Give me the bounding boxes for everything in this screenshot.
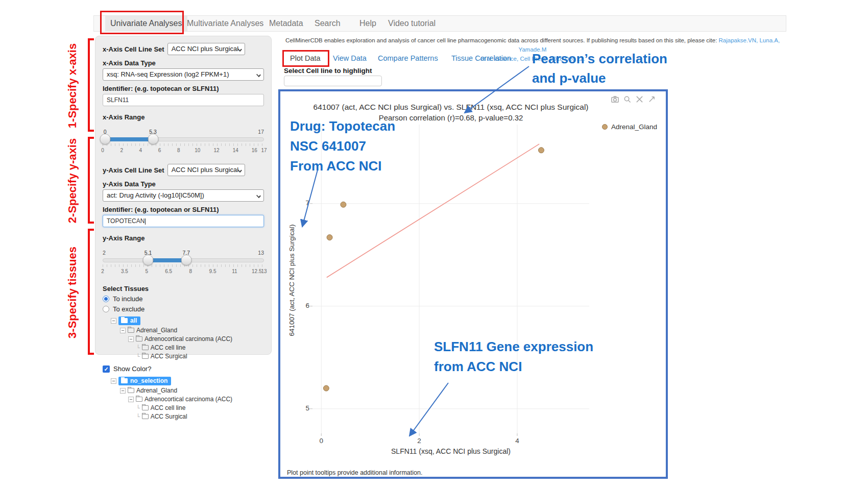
tree-node-acc[interactable]: Adrenocortical carcinoma (ACC) — [103, 335, 264, 343]
y-data-type-label: y-Axis Data Type — [103, 180, 264, 188]
y-tick-label: 6 — [296, 302, 309, 309]
y-range-slider[interactable]: 2 5.1 7.7 13 2 3.5 5 6.5 8 9.5 11 12.5 1… — [103, 250, 264, 277]
scatter-point[interactable] — [323, 385, 329, 391]
x-slider-handle-high[interactable] — [148, 134, 158, 144]
x-data-type-value: xsq: RNA-seq Expression (log2 FPKM+1) — [107, 70, 229, 78]
tree-node-acc-surgical[interactable]: └ ACC Surgical — [103, 413, 264, 420]
radio-to-include-label: To include — [113, 295, 143, 303]
radio-to-include[interactable]: To include — [103, 295, 264, 303]
tree-node-adrenal-gland[interactable]: Adrenal_Gland — [103, 327, 264, 334]
folder-icon — [142, 405, 149, 410]
scatter-point[interactable] — [341, 202, 346, 207]
collapse-icon[interactable] — [120, 328, 126, 333]
x-cell-line-set-value: ACC NCI plus Surgical — [172, 45, 239, 53]
text-caret — [145, 218, 146, 225]
y-slider-tick: 2 — [101, 269, 104, 274]
gene-annotation-line2: from ACC NCI — [434, 357, 593, 377]
step3-bracket — [88, 229, 92, 355]
radio-to-exclude-label: To exclude — [113, 305, 144, 313]
show-color-checkbox[interactable]: ✓ Show Color? — [103, 365, 264, 373]
tree-node-label: ACC Surgical — [151, 353, 187, 360]
x-cell-line-set-label: x-Axis Cell Line Set — [103, 45, 164, 53]
nav-metadata[interactable]: Metadata — [269, 16, 303, 31]
y-data-type-select[interactable]: act: Drug Activity (-log10[IC50M]) — [103, 189, 264, 202]
tree-root-label: no_selection — [130, 377, 167, 384]
y-tick-label: 7 — [296, 199, 309, 207]
zoom-icon[interactable] — [623, 95, 631, 103]
tree-node-acc-cell-line[interactable]: └ ACC cell line — [103, 404, 264, 411]
drug-annotation-line3: From ACC NCI — [290, 156, 395, 176]
tree-node-all[interactable]: all — [103, 316, 264, 325]
x-range-slider[interactable]: 0 5.3 17 0 2 4 6 8 10 12 14 16 17 — [103, 129, 264, 156]
x-data-type-select[interactable]: xsq: RNA-seq Expression (log2 FPKM+1) — [103, 68, 264, 81]
tree-node-acc-cell-line[interactable]: └ ACC cell line — [103, 344, 264, 351]
nav-search[interactable]: Search — [315, 16, 341, 31]
x-slider-tick: 10 — [195, 148, 200, 153]
folder-icon — [136, 397, 142, 402]
plot-legend[interactable]: Adrenal_Gland — [602, 123, 657, 131]
collapse-icon[interactable] — [128, 397, 134, 402]
tree-node-acc[interactable]: Adrenocortical carcinoma (ACC) — [103, 396, 264, 403]
tree-node-no-selection[interactable]: no_selection — [103, 377, 264, 385]
y-slider-tick: 13 — [261, 269, 267, 274]
x-slider-tick: 2 — [120, 148, 124, 153]
tree-node-label: Adrenocortical carcinoma (ACC) — [144, 335, 232, 343]
camera-icon[interactable] — [611, 95, 619, 103]
autoscale-icon[interactable] — [648, 95, 656, 103]
collapse-icon[interactable] — [111, 318, 116, 324]
x-slider-tick: 6 — [158, 148, 161, 153]
select-tissues-label: Select Tissues — [103, 285, 264, 292]
collapse-icon[interactable] — [111, 378, 116, 384]
x-cell-line-set-select[interactable]: ACC NCI plus Surgical — [167, 43, 245, 55]
y-slider-tick: 3.5 — [121, 269, 128, 274]
tree-connector: └ — [136, 414, 140, 420]
x-slider-tick: 4 — [139, 148, 142, 153]
plot-title: 641007 (act, ACC NCI plus Surgical) vs. … — [280, 103, 621, 112]
step2-bracket — [88, 137, 92, 224]
folder-icon — [142, 354, 149, 359]
x-slider-handle-low[interactable] — [100, 134, 110, 144]
y-range-label: y-Axis Range — [103, 234, 264, 242]
folder-icon — [128, 388, 134, 393]
pearson-annotation-line1: Pearson’s correlation — [532, 50, 667, 69]
x-tick-label: 0 — [315, 437, 328, 445]
radio-to-exclude[interactable]: To exclude — [103, 305, 264, 313]
scatter-point[interactable] — [538, 148, 544, 153]
highlight-cell-line-input[interactable] — [284, 76, 382, 86]
scatter-point[interactable] — [327, 235, 332, 240]
y-slider-handle-high[interactable] — [181, 255, 191, 265]
tab-tissue-correlation[interactable]: Tissue Correlation — [451, 54, 511, 62]
tab-compare-patterns[interactable]: Compare Patterns — [378, 54, 438, 62]
checkbox-checked-icon: ✓ — [103, 365, 110, 373]
x-slider-tick: 8 — [177, 148, 180, 153]
radio-unselected-icon — [103, 306, 109, 312]
y-slider-handle-low[interactable] — [143, 255, 154, 265]
nav-video-tutorial[interactable]: Video tutorial — [388, 16, 436, 31]
collapse-icon[interactable] — [120, 388, 126, 394]
legend-marker — [602, 124, 608, 130]
x-range-max-label: 17 — [258, 129, 264, 135]
x-slider-tick: 0 — [101, 148, 104, 153]
collapse-icon[interactable] — [128, 336, 134, 342]
tree-node-label: Adrenocortical carcinoma (ACC) — [144, 396, 232, 403]
nav-multivariate-analyses[interactable]: Multivariate Analyses — [187, 16, 263, 31]
plot-data-highlight-box — [282, 50, 329, 67]
y-range-max-label: 13 — [258, 250, 264, 256]
plot-footer-note: Plot point tooltips provide additional i… — [287, 469, 422, 476]
y-tick-label: 5 — [296, 404, 309, 412]
nav-help[interactable]: Help — [359, 16, 376, 31]
tree-node-adrenal-gland[interactable]: Adrenal_Gland — [103, 387, 264, 394]
pearson-annotation: Pearson’s correlation and p-value — [532, 50, 667, 88]
y-identifier-input[interactable]: TOPOTECAN — [103, 215, 264, 227]
tab-view-data[interactable]: View Data — [333, 54, 367, 62]
y-cell-line-set-select[interactable]: ACC NCI plus Surgical — [167, 164, 245, 176]
x-slider-tick: 14 — [233, 148, 238, 153]
tree-root-label: all — [130, 317, 137, 324]
x-axis-title: SLFN11 (xsq, ACC NCI plus Surgical) — [280, 447, 621, 455]
x-identifier-input[interactable]: SLFN11 — [103, 94, 264, 106]
tree-node-acc-surgical[interactable]: └ ACC Surgical — [103, 353, 264, 360]
gene-annotation: SLFN11 Gene expression from ACC NCI — [434, 337, 593, 377]
drug-annotation-line2: NSC 641007 — [290, 136, 395, 156]
pan-icon[interactable] — [636, 95, 643, 103]
x-range-label: x-Axis Range — [103, 113, 264, 121]
